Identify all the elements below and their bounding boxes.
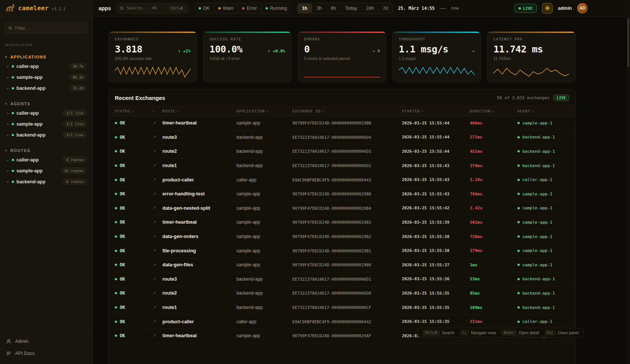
table-row[interactable]: OK↗route2backend-appEE7322370A10617-0000… (109, 144, 575, 159)
route-link-icon[interactable]: ↗ (153, 220, 162, 225)
table-row[interactable]: OK↗route1backend-appEE7322370A10617-0000… (109, 159, 575, 173)
sidebar-item-sample-app[interactable]: ▸sample-app1/1 live (0, 118, 92, 129)
table-row[interactable]: OK↗data-gen-nested-splitsample-app90799F… (109, 201, 575, 216)
sidebar-item-caller-app[interactable]: ▸caller-app10.7k (0, 61, 92, 72)
route-link-icon[interactable]: ↗ (153, 248, 162, 253)
route-cell: data-gen-nested-split (162, 206, 236, 211)
stat-card-throughput[interactable]: THROUGHPUT1.1 msg/s→1.1 msg/s (392, 31, 481, 82)
time-range-24h[interactable]: 24h (361, 3, 378, 14)
sidebar-section-header-applications[interactable]: ▾APPLICATIONS (0, 53, 92, 61)
table-row[interactable]: OK↗product-callercaller-app69AC90BF8EBC4… (109, 173, 575, 187)
table-row[interactable]: OK↗error-handling-testsample-app90799F47… (109, 187, 575, 201)
route-link-icon[interactable]: ↗ (153, 291, 162, 296)
route-link-icon[interactable]: ↗ (153, 206, 162, 210)
route-link-icon[interactable]: ↗ (153, 135, 162, 140)
live-dot (519, 7, 521, 9)
agent-cell: backend-app-1 (517, 291, 569, 296)
sidebar-item-caller-app[interactable]: ▸caller-app1/1 live (0, 108, 92, 118)
stat-card-exchanges[interactable]: EXCHANGES3.818↑ +1%100.0% success rate (108, 31, 197, 82)
time-range-7d[interactable]: 7d (378, 3, 392, 14)
status-dot (115, 164, 117, 167)
sidebar-item-caller-app[interactable]: ▸caller-app4 routes (0, 154, 92, 165)
sidebar-item-label: backend-app (17, 179, 60, 184)
app-logo[interactable]: cameleer v3.2.1 (0, 0, 92, 17)
time-range-6h[interactable]: 6h (326, 3, 340, 14)
agent-status-dot (517, 207, 520, 209)
global-search[interactable]: Search... ⌘K Ctrl+K (116, 3, 189, 14)
route-link-icon[interactable]: ↗ (153, 276, 162, 281)
status-filter-ok[interactable]: OK (195, 3, 214, 14)
stat-card-errors[interactable]: ERRORS0→ 00 errors in selected period (298, 31, 386, 82)
column-header-route[interactable]: ROUTE⇅ (162, 109, 236, 113)
stat-card-latency-p99[interactable]: LATENCY P9911.742 ms11.742ms (487, 31, 576, 82)
agent-cell: sample-app-1 (517, 206, 569, 210)
status-dot (242, 7, 244, 9)
scrollbar-thumb[interactable] (627, 18, 629, 67)
table-row[interactable]: OK↗file-processingsample-app90799F47E6CD… (109, 244, 575, 258)
application-cell: sample-app (236, 333, 292, 338)
time-range-today[interactable]: Today (340, 3, 361, 14)
route-link-icon[interactable]: ↗ (153, 333, 162, 338)
sidebar-item-label: backend-app (17, 132, 60, 138)
hint-close-panel: EscClose panel (545, 330, 579, 335)
route-link-icon[interactable]: ↗ (153, 121, 162, 126)
route-link-icon[interactable]: ↗ (153, 163, 162, 168)
table-row[interactable]: OK↗data-gen-filessample-app90799F47E6CD2… (109, 258, 575, 272)
route-link-icon[interactable]: ↗ (153, 177, 162, 182)
sidebar-item-backend-app[interactable]: ▸backend-app1/1 live (0, 129, 92, 140)
column-header-status[interactable]: STATUS⇅ (115, 109, 153, 113)
sidebar-item-admin[interactable]: Admin (0, 335, 92, 347)
table-row[interactable]: OK↗product-callercaller-app69AC90BF8EBC4… (109, 315, 575, 329)
sidebar-item-sample-app[interactable]: ▸sample-app16 routes (0, 165, 92, 176)
sidebar-item-backend-app[interactable]: ▸backend-app32.2k (0, 83, 92, 94)
datetime-label[interactable]: 25. März 14:55 (398, 6, 435, 11)
table-row[interactable]: OK↗timer-heartbeatsample-app90799F47E6CD… (109, 116, 575, 131)
stat-trend: ↑ +1% (178, 49, 190, 54)
table-row[interactable]: OK↗route3backend-appEE7322370A10617-0000… (109, 131, 575, 145)
time-range-3h[interactable]: 3h (312, 3, 326, 14)
sidebar-section-header-routes[interactable]: ▾ROUTES (0, 147, 92, 154)
sidebar-item-sample-app[interactable]: ▸sample-app84.1k (0, 72, 92, 83)
sidebar-filter-input[interactable] (15, 26, 84, 31)
started-cell: 2026-03-25 15:55:44 (402, 135, 470, 140)
route-link-icon[interactable]: ↗ (153, 263, 162, 267)
table-row[interactable]: OK↗timer-heartbeatsample-app90799F47E6CD… (109, 215, 575, 230)
table-row[interactable]: OK↗route2backend-appEE7322370A10617-0000… (109, 286, 575, 301)
hint-label: Search (442, 330, 454, 335)
duration-cell: 379ms (470, 163, 517, 168)
column-header-exchange-id[interactable]: EXCHANGE ID⇅ (292, 109, 402, 113)
route-link-icon[interactable]: ↗ (153, 305, 162, 310)
scrollbar[interactable] (627, 0, 630, 364)
live-indicator[interactable]: LIVE (514, 4, 537, 13)
table-row[interactable]: OK↗route1backend-appEE7322370A10617-0000… (109, 301, 575, 315)
column-header-application[interactable]: APPLICATION⇅ (236, 109, 292, 113)
stat-card-success-rate[interactable]: SUCCESS RATE100.0%↑ +0.0%3.818 ok / 0 er… (203, 31, 292, 82)
route-link-icon[interactable]: ↗ (153, 149, 162, 154)
exchange-id-cell: EE7322370A10617-00000000000006D3 (292, 149, 402, 154)
started-cell: 2026-03-25 15:55:39 (402, 220, 470, 225)
route-link-icon[interactable]: ↗ (153, 319, 162, 324)
column-header-agent[interactable]: AGENT⇅ (517, 109, 569, 113)
status-label: OK (120, 305, 125, 310)
topbar: apps Search... ⌘K Ctrl+K OKWarnErrorRunn… (93, 0, 630, 17)
status-label: OK (120, 290, 125, 296)
column-header-duration[interactable]: DURATION⇅ (470, 109, 517, 113)
now-label[interactable]: now (451, 6, 459, 11)
sidebar-item-backend-app[interactable]: ▸backend-app6 routes (0, 176, 92, 187)
sidebar-item-api-docs[interactable]: API Docs (0, 347, 92, 359)
column-header-started[interactable]: STARTED⇅ (402, 109, 470, 113)
user-avatar[interactable]: AD (577, 3, 588, 14)
status-filter-running[interactable]: Running (261, 3, 291, 14)
route-link-icon[interactable]: ↗ (153, 234, 162, 239)
theme-toggle-button[interactable] (542, 3, 553, 14)
table-row[interactable]: OK↗route3backend-appEE7322370A10617-0000… (109, 272, 575, 287)
table-row[interactable]: OK↗data-gen-orderssample-app90799F47E6CD… (109, 230, 575, 244)
main-content: EXCHANGES3.818↑ +1%100.0% success rateSU… (93, 17, 630, 364)
stat-trend: → 0 (372, 49, 380, 54)
time-range-1h[interactable]: 1h (298, 3, 312, 13)
status-filter-error[interactable]: Error (238, 3, 261, 14)
sidebar-section-header-agents[interactable]: ▾AGENTS (0, 100, 92, 108)
route-link-icon[interactable]: ↗ (153, 192, 162, 197)
status-filter-warn[interactable]: Warn (214, 3, 238, 14)
column-header-route-link[interactable]: ⇅ (153, 109, 162, 113)
